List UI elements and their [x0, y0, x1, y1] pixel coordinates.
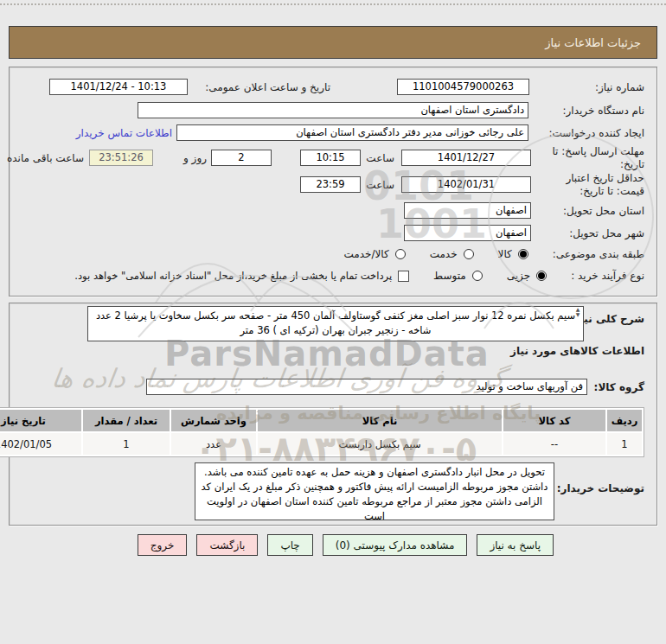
treasury-checkbox[interactable] — [398, 271, 409, 282]
goods-table: ردیف کد کالا نام کالا واحد شمارش تعداد /… — [0, 407, 644, 457]
top-divider — [0, 3, 666, 5]
remaining-days-suffix: روز و — [183, 152, 207, 164]
need-number-field[interactable]: 1101004579000263 — [397, 79, 529, 95]
remaining-time-suffix: ساعت باقی مانده — [7, 152, 84, 164]
response-deadline-date-field[interactable]: 1401/12/27 — [401, 150, 531, 166]
buyer-notes-textarea[interactable]: تحویل در محل انبار دادگستری اصفهان و هزی… — [195, 462, 554, 520]
col-need-date: تاریخ نیاز — [0, 410, 81, 431]
goods-section-header: اطلاعات کالاهای مورد نیاز — [510, 345, 644, 357]
response-deadline-time-field[interactable]: 10:15 — [300, 150, 361, 166]
col-goods-code: کد کالا — [503, 410, 605, 431]
need-number-label: شماره نیاز: — [595, 81, 644, 93]
radio-medium[interactable] — [472, 271, 483, 281]
cell-goods-name: سیم بکسل داربست — [258, 433, 502, 455]
delivery-province-label: استان محل تحویل: — [563, 205, 644, 217]
radio-goods-service[interactable] — [395, 249, 406, 259]
col-row-number: ردیف — [607, 410, 642, 431]
view-attachments-button[interactable]: مشاهده مدارک پیوستی (0) — [323, 534, 468, 556]
col-unit: واحد شمارش — [171, 410, 256, 431]
cell-need-date: 1402/01/05 — [0, 433, 81, 455]
radio-partial[interactable] — [536, 271, 547, 281]
back-button[interactable]: بازگشت — [196, 534, 258, 556]
radio-service-label: خدمت — [430, 248, 458, 260]
remaining-days-field[interactable]: 2 — [211, 150, 272, 166]
goods-group-label: گروه کالا: — [594, 381, 644, 393]
col-quantity: تعداد / مقدار — [83, 410, 170, 431]
delivery-province-field[interactable]: اصفهان — [404, 202, 531, 219]
goods-table-header-row: ردیف کد کالا نام کالا واحد شمارش تعداد /… — [0, 410, 642, 431]
response-deadline-label: مهلت ارسال پاسخ: تا تاریخ: — [539, 145, 644, 171]
page-title: جزئیات اطلاعات نیاز — [545, 36, 641, 49]
announce-datetime-field[interactable]: 1401/12/24 - 10:13 — [49, 79, 188, 95]
announce-datetime-label: تاریخ و ساعت اعلان عمومی: — [205, 81, 330, 93]
buyer-org-label: نام دستگاه خریدار: — [563, 105, 645, 117]
goods-info-groupbox: شرح کلی نیاز: سیم بکسل نمره 12 نوار سبز … — [9, 303, 657, 526]
request-creator-field[interactable]: علی رجائی خوزانی مدیر دفتر دادگستری استا… — [176, 124, 528, 141]
cell-quantity: 1 — [83, 433, 170, 455]
validity-hour-label: ساعت — [366, 179, 394, 191]
price-validity-label: حداقل تاریخ اعتبار قیمت: تا تاریخ: — [539, 172, 644, 198]
cell-goods-code: -- — [503, 433, 605, 455]
classification-label: طبقه بندی موضوعی: — [553, 248, 644, 260]
remaining-time-countdown: 23:51:26 — [89, 150, 153, 166]
radio-goods-label: کالا — [498, 248, 512, 260]
request-creator-label: ایجاد کننده درخواست: — [548, 127, 644, 139]
need-info-groupbox: شماره نیاز: 1101004579000263 تاریخ و ساع… — [9, 67, 657, 296]
action-buttons: پاسخ به نیاز مشاهده مدارک پیوستی (0) چاپ… — [138, 534, 554, 556]
need-description-textarea[interactable]: سیم بکسل نمره 12 نوار سبز اصلی مغز کنفی … — [87, 306, 584, 341]
treasury-checkbox-label: پرداخت تمام یا بخشی از مبلغ خرید،از محل … — [74, 270, 392, 282]
col-goods-name: نام کالا — [258, 410, 502, 431]
buyer-notes-label: توضیحات خریدار: — [557, 482, 644, 494]
page-title-bar: جزئیات اطلاعات نیاز — [9, 26, 657, 59]
price-validity-date-field[interactable]: 1402/01/31 — [401, 176, 531, 193]
radio-partial-label: جزیی — [507, 270, 530, 282]
radio-goods-service-label: کالا/خدمت — [343, 248, 388, 260]
exit-button[interactable]: خروج — [138, 534, 188, 556]
respond-button[interactable]: پاسخ به نیاز — [477, 534, 554, 556]
radio-goods[interactable] — [518, 249, 528, 259]
goods-table-row: 1 -- سیم بکسل داربست عدد 1 1402/01/05 — [0, 433, 642, 455]
radio-service[interactable] — [464, 249, 474, 259]
goods-group-field[interactable]: فن آوریهای ساخت و تولید — [146, 379, 587, 395]
price-validity-time-field[interactable]: 23:59 — [300, 176, 361, 193]
deadline-hour-label: ساعت — [366, 152, 394, 164]
cell-unit: عدد — [171, 433, 256, 455]
buyer-org-field[interactable]: دادگستری استان اصفهان — [138, 102, 528, 118]
cell-row-number: 1 — [607, 433, 642, 455]
process-type-label: نوع فرآیند خرید : — [571, 270, 644, 282]
textarea-scrollbar[interactable]: ▲▼ — [573, 307, 582, 317]
radio-medium-label: متوسط — [433, 270, 466, 282]
buyer-contact-link[interactable]: اطلاعات تماس خریدار — [76, 127, 172, 139]
delivery-city-field[interactable]: اصفهان — [404, 225, 531, 241]
print-button[interactable]: چاپ — [267, 534, 312, 556]
delivery-city-label: شهر محل تحویل: — [569, 227, 644, 239]
